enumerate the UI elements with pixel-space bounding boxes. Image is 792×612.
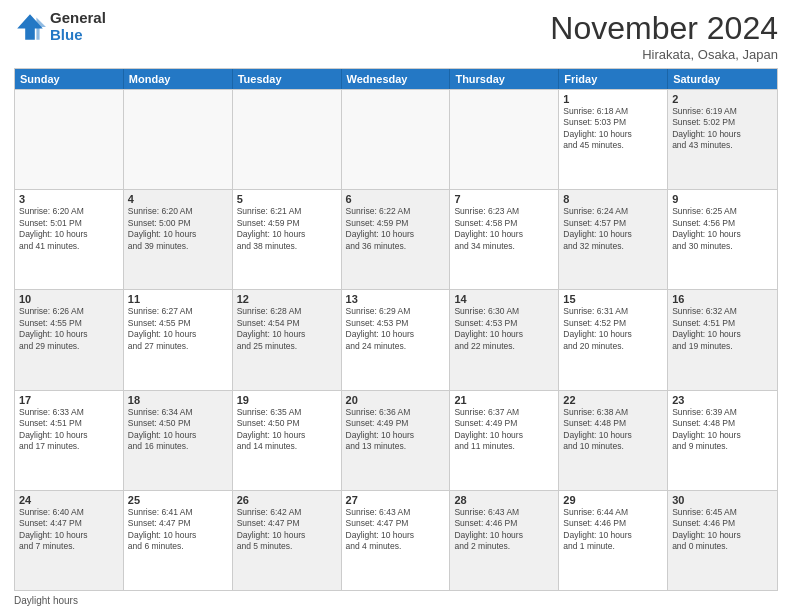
day-number: 20 — [346, 394, 446, 406]
day-number: 2 — [672, 93, 773, 105]
calendar-cell: 28Sunrise: 6:43 AM Sunset: 4:46 PM Dayli… — [450, 491, 559, 590]
day-info: Sunrise: 6:22 AM Sunset: 4:59 PM Dayligh… — [346, 206, 446, 252]
footer-note: Daylight hours — [14, 595, 778, 606]
day-info: Sunrise: 6:26 AM Sunset: 4:55 PM Dayligh… — [19, 306, 119, 352]
location: Hirakata, Osaka, Japan — [550, 47, 778, 62]
day-info: Sunrise: 6:23 AM Sunset: 4:58 PM Dayligh… — [454, 206, 554, 252]
day-info: Sunrise: 6:30 AM Sunset: 4:53 PM Dayligh… — [454, 306, 554, 352]
daylight-label: Daylight hours — [14, 595, 78, 606]
calendar-week-4: 17Sunrise: 6:33 AM Sunset: 4:51 PM Dayli… — [15, 390, 777, 490]
day-number: 16 — [672, 293, 773, 305]
calendar-cell: 5Sunrise: 6:21 AM Sunset: 4:59 PM Daylig… — [233, 190, 342, 289]
day-number: 30 — [672, 494, 773, 506]
header-day-thursday: Thursday — [450, 69, 559, 89]
day-number: 1 — [563, 93, 663, 105]
month-title: November 2024 — [550, 10, 778, 47]
calendar-cell — [342, 90, 451, 189]
calendar-cell: 3Sunrise: 6:20 AM Sunset: 5:01 PM Daylig… — [15, 190, 124, 289]
calendar-cell: 22Sunrise: 6:38 AM Sunset: 4:48 PM Dayli… — [559, 391, 668, 490]
header: General Blue November 2024 Hirakata, Osa… — [14, 10, 778, 62]
day-number: 25 — [128, 494, 228, 506]
calendar-cell: 29Sunrise: 6:44 AM Sunset: 4:46 PM Dayli… — [559, 491, 668, 590]
header-day-monday: Monday — [124, 69, 233, 89]
day-number: 13 — [346, 293, 446, 305]
day-info: Sunrise: 6:43 AM Sunset: 4:47 PM Dayligh… — [346, 507, 446, 553]
logo-general-text: General — [50, 10, 106, 27]
logo-text: General Blue — [50, 10, 106, 43]
calendar-cell: 23Sunrise: 6:39 AM Sunset: 4:48 PM Dayli… — [668, 391, 777, 490]
calendar-body: 1Sunrise: 6:18 AM Sunset: 5:03 PM Daylig… — [15, 89, 777, 590]
day-info: Sunrise: 6:18 AM Sunset: 5:03 PM Dayligh… — [563, 106, 663, 152]
calendar-cell: 1Sunrise: 6:18 AM Sunset: 5:03 PM Daylig… — [559, 90, 668, 189]
day-number: 8 — [563, 193, 663, 205]
day-info: Sunrise: 6:43 AM Sunset: 4:46 PM Dayligh… — [454, 507, 554, 553]
day-number: 11 — [128, 293, 228, 305]
calendar-cell: 9Sunrise: 6:25 AM Sunset: 4:56 PM Daylig… — [668, 190, 777, 289]
day-number: 24 — [19, 494, 119, 506]
day-number: 18 — [128, 394, 228, 406]
day-number: 21 — [454, 394, 554, 406]
calendar-cell — [124, 90, 233, 189]
day-number: 6 — [346, 193, 446, 205]
day-info: Sunrise: 6:24 AM Sunset: 4:57 PM Dayligh… — [563, 206, 663, 252]
calendar-cell: 2Sunrise: 6:19 AM Sunset: 5:02 PM Daylig… — [668, 90, 777, 189]
day-info: Sunrise: 6:38 AM Sunset: 4:48 PM Dayligh… — [563, 407, 663, 453]
day-info: Sunrise: 6:42 AM Sunset: 4:47 PM Dayligh… — [237, 507, 337, 553]
header-day-friday: Friday — [559, 69, 668, 89]
calendar-cell: 17Sunrise: 6:33 AM Sunset: 4:51 PM Dayli… — [15, 391, 124, 490]
calendar-cell: 19Sunrise: 6:35 AM Sunset: 4:50 PM Dayli… — [233, 391, 342, 490]
calendar-cell: 16Sunrise: 6:32 AM Sunset: 4:51 PM Dayli… — [668, 290, 777, 389]
calendar-cell: 25Sunrise: 6:41 AM Sunset: 4:47 PM Dayli… — [124, 491, 233, 590]
calendar-cell: 18Sunrise: 6:34 AM Sunset: 4:50 PM Dayli… — [124, 391, 233, 490]
logo-blue-text: Blue — [50, 27, 106, 44]
calendar-cell: 4Sunrise: 6:20 AM Sunset: 5:00 PM Daylig… — [124, 190, 233, 289]
day-info: Sunrise: 6:19 AM Sunset: 5:02 PM Dayligh… — [672, 106, 773, 152]
calendar-cell: 10Sunrise: 6:26 AM Sunset: 4:55 PM Dayli… — [15, 290, 124, 389]
calendar-cell: 14Sunrise: 6:30 AM Sunset: 4:53 PM Dayli… — [450, 290, 559, 389]
day-info: Sunrise: 6:20 AM Sunset: 5:01 PM Dayligh… — [19, 206, 119, 252]
calendar-cell: 15Sunrise: 6:31 AM Sunset: 4:52 PM Dayli… — [559, 290, 668, 389]
calendar-cell: 6Sunrise: 6:22 AM Sunset: 4:59 PM Daylig… — [342, 190, 451, 289]
logo: General Blue — [14, 10, 106, 43]
calendar-week-2: 3Sunrise: 6:20 AM Sunset: 5:01 PM Daylig… — [15, 189, 777, 289]
day-number: 17 — [19, 394, 119, 406]
day-number: 19 — [237, 394, 337, 406]
day-number: 27 — [346, 494, 446, 506]
day-info: Sunrise: 6:36 AM Sunset: 4:49 PM Dayligh… — [346, 407, 446, 453]
day-number: 29 — [563, 494, 663, 506]
header-day-saturday: Saturday — [668, 69, 777, 89]
calendar-cell — [233, 90, 342, 189]
day-number: 5 — [237, 193, 337, 205]
day-number: 9 — [672, 193, 773, 205]
day-info: Sunrise: 6:28 AM Sunset: 4:54 PM Dayligh… — [237, 306, 337, 352]
day-info: Sunrise: 6:25 AM Sunset: 4:56 PM Dayligh… — [672, 206, 773, 252]
day-number: 4 — [128, 193, 228, 205]
calendar-week-1: 1Sunrise: 6:18 AM Sunset: 5:03 PM Daylig… — [15, 89, 777, 189]
day-info: Sunrise: 6:40 AM Sunset: 4:47 PM Dayligh… — [19, 507, 119, 553]
day-info: Sunrise: 6:34 AM Sunset: 4:50 PM Dayligh… — [128, 407, 228, 453]
calendar-cell: 24Sunrise: 6:40 AM Sunset: 4:47 PM Dayli… — [15, 491, 124, 590]
day-info: Sunrise: 6:31 AM Sunset: 4:52 PM Dayligh… — [563, 306, 663, 352]
header-day-tuesday: Tuesday — [233, 69, 342, 89]
calendar-week-5: 24Sunrise: 6:40 AM Sunset: 4:47 PM Dayli… — [15, 490, 777, 590]
calendar-cell: 26Sunrise: 6:42 AM Sunset: 4:47 PM Dayli… — [233, 491, 342, 590]
day-info: Sunrise: 6:21 AM Sunset: 4:59 PM Dayligh… — [237, 206, 337, 252]
calendar-header: SundayMondayTuesdayWednesdayThursdayFrid… — [15, 69, 777, 89]
day-number: 28 — [454, 494, 554, 506]
day-info: Sunrise: 6:35 AM Sunset: 4:50 PM Dayligh… — [237, 407, 337, 453]
calendar-cell: 7Sunrise: 6:23 AM Sunset: 4:58 PM Daylig… — [450, 190, 559, 289]
calendar-cell: 30Sunrise: 6:45 AM Sunset: 4:46 PM Dayli… — [668, 491, 777, 590]
calendar-week-3: 10Sunrise: 6:26 AM Sunset: 4:55 PM Dayli… — [15, 289, 777, 389]
page: General Blue November 2024 Hirakata, Osa… — [0, 0, 792, 612]
calendar: SundayMondayTuesdayWednesdayThursdayFrid… — [14, 68, 778, 591]
calendar-cell — [450, 90, 559, 189]
day-number: 15 — [563, 293, 663, 305]
header-day-wednesday: Wednesday — [342, 69, 451, 89]
day-info: Sunrise: 6:29 AM Sunset: 4:53 PM Dayligh… — [346, 306, 446, 352]
calendar-cell: 21Sunrise: 6:37 AM Sunset: 4:49 PM Dayli… — [450, 391, 559, 490]
day-info: Sunrise: 6:39 AM Sunset: 4:48 PM Dayligh… — [672, 407, 773, 453]
day-number: 26 — [237, 494, 337, 506]
day-info: Sunrise: 6:41 AM Sunset: 4:47 PM Dayligh… — [128, 507, 228, 553]
day-number: 10 — [19, 293, 119, 305]
day-number: 23 — [672, 394, 773, 406]
